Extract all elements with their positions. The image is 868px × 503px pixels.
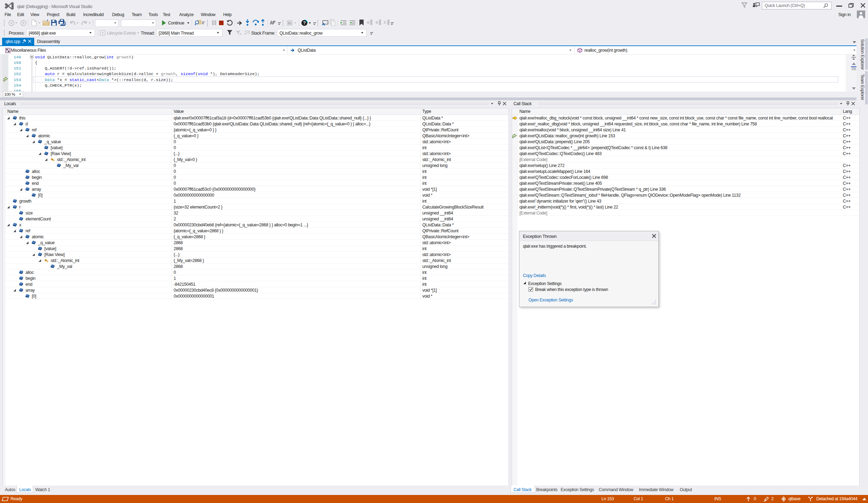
svg-text:?: ? <box>303 21 306 25</box>
